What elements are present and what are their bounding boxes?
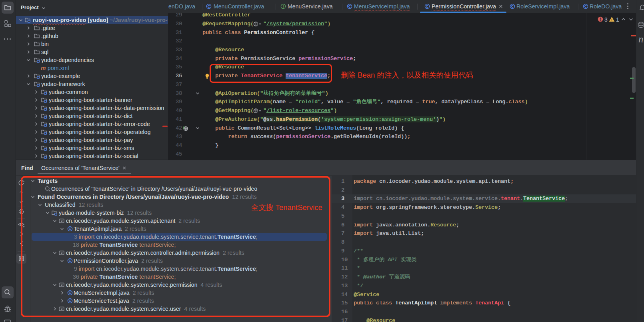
- svg-text:!: !: [600, 17, 601, 22]
- svg-text:C: C: [426, 4, 429, 8]
- svg-text:C: C: [348, 4, 351, 8]
- svg-text:I: I: [283, 4, 284, 8]
- svg-text:C: C: [208, 4, 210, 8]
- svg-text:C: C: [584, 4, 587, 8]
- svg-text:C: C: [511, 4, 514, 8]
- svg-text:!: !: [611, 18, 612, 22]
